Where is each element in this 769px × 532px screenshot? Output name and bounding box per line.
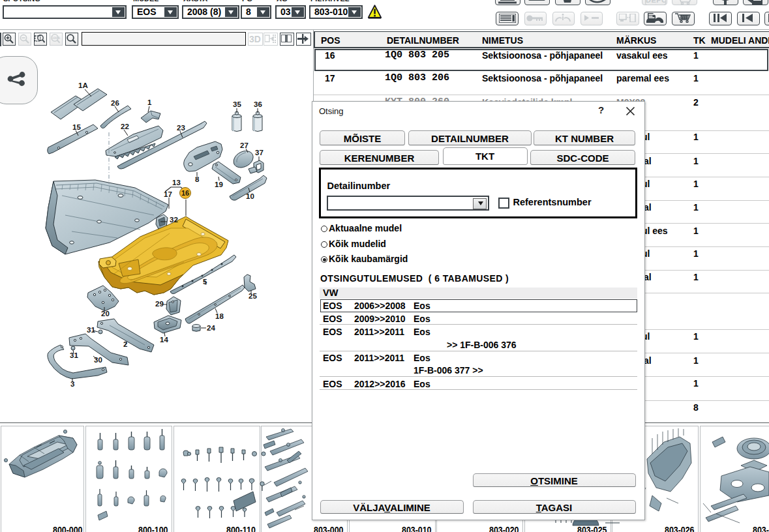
svg-text:24: 24 (207, 324, 215, 332)
svg-text:25: 25 (249, 292, 257, 300)
svg-text:18: 18 (215, 312, 224, 320)
svg-text:26: 26 (111, 99, 119, 107)
svg-text:2: 2 (123, 340, 127, 348)
svg-text:23: 23 (177, 124, 185, 132)
svg-text:1A: 1A (78, 81, 88, 89)
svg-text:15: 15 (72, 123, 81, 131)
svg-text:35: 35 (233, 100, 241, 108)
svg-text:27: 27 (240, 141, 249, 149)
svg-text:19: 19 (215, 181, 223, 188)
svg-text:22: 22 (121, 123, 129, 130)
svg-text:29: 29 (155, 300, 164, 308)
svg-text:31: 31 (70, 351, 78, 359)
svg-text:20: 20 (101, 310, 110, 318)
svg-text:17: 17 (164, 190, 172, 198)
svg-text:32: 32 (170, 216, 178, 224)
svg-text:1: 1 (147, 98, 152, 106)
svg-text:30: 30 (94, 356, 102, 364)
svg-text:5: 5 (203, 278, 207, 286)
svg-text:36: 36 (254, 100, 262, 108)
svg-text:13: 13 (172, 179, 181, 186)
svg-text:3: 3 (70, 380, 74, 388)
svg-text:14: 14 (160, 336, 168, 344)
svg-text:10: 10 (246, 192, 254, 200)
svg-text:8: 8 (195, 175, 200, 183)
svg-text:37: 37 (255, 149, 264, 156)
svg-text:31: 31 (87, 326, 95, 334)
svg-text:16: 16 (181, 189, 189, 197)
